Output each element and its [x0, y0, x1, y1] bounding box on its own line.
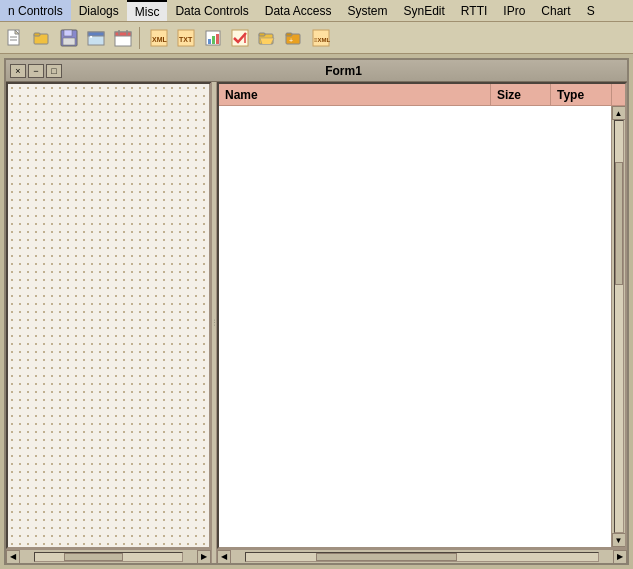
left-hscroll-track[interactable]: [34, 552, 183, 562]
menu-item-chart[interactable]: Chart: [533, 0, 578, 21]
inspector-col-size: Size: [491, 84, 551, 105]
svg-rect-5: [34, 33, 40, 36]
left-hscroll-right-arrow[interactable]: ▶: [197, 550, 211, 564]
toolbar-xml-btn[interactable]: XML: [146, 25, 172, 51]
form-window: × − □ Form1 ◀ ▶: [4, 58, 629, 565]
svg-rect-27: [259, 33, 265, 36]
inspector-vscroll-up[interactable]: ▲: [612, 106, 626, 120]
toolbar-open-btn[interactable]: [29, 25, 55, 51]
form-title: Form1: [64, 64, 623, 78]
toolbar-text-btn[interactable]: TXT: [173, 25, 199, 51]
right-hscroll-left-arrow[interactable]: ◀: [217, 550, 231, 564]
toolbar-calendar-btn[interactable]: [110, 25, 136, 51]
main-area: × − □ Form1 ◀ ▶: [0, 54, 633, 569]
inspector-vscroll-track[interactable]: [614, 120, 624, 533]
inspector-vscroll-thumb[interactable]: [615, 162, 623, 285]
toolbar-form-btn[interactable]: ■: [83, 25, 109, 51]
toolbar-check-btn[interactable]: [227, 25, 253, 51]
toolbar-save-btn[interactable]: [56, 25, 82, 51]
inspector-col-name: Name: [219, 84, 491, 105]
svg-rect-22: [212, 36, 215, 44]
toolbar-list-btn[interactable]: ≡XML: [308, 25, 334, 51]
minimize-button[interactable]: −: [28, 64, 44, 78]
right-hscroll: ◀ ▶: [217, 549, 627, 563]
toolbar-folder2-btn[interactable]: +: [281, 25, 307, 51]
svg-rect-7: [64, 30, 72, 36]
menu-item-s[interactable]: S: [579, 0, 603, 21]
svg-text:≡XML: ≡XML: [314, 37, 330, 43]
right-hscroll-thumb[interactable]: [316, 553, 457, 561]
form-canvas[interactable]: [6, 82, 211, 549]
svg-rect-29: [286, 33, 292, 36]
svg-rect-8: [63, 38, 75, 45]
menu-item-rtti[interactable]: RTTI: [453, 0, 495, 21]
menu-item-dialogs[interactable]: Dialogs: [71, 0, 127, 21]
svg-text:XML: XML: [152, 36, 168, 43]
maximize-button[interactable]: □: [46, 64, 62, 78]
left-hscroll-thumb[interactable]: [64, 553, 123, 561]
toolbar-new-btn[interactable]: [2, 25, 28, 51]
svg-text:TXT: TXT: [179, 36, 193, 43]
inspector-header: Name Size Type: [219, 84, 625, 106]
menubar: n Controls Dialogs Misc Data Controls Da…: [0, 0, 633, 22]
inspector-vscroll: ▲ ▼: [611, 106, 625, 547]
right-hscroll-track[interactable]: [245, 552, 599, 562]
canvas-dot-grid: [8, 84, 209, 547]
form-titlebar: × − □ Form1: [6, 60, 627, 82]
left-hscroll-left-arrow[interactable]: ◀: [6, 550, 20, 564]
menu-item-ipro[interactable]: IPro: [495, 0, 533, 21]
svg-rect-23: [216, 34, 219, 44]
inspector-body: [219, 106, 611, 547]
svg-rect-13: [115, 32, 131, 36]
menu-item-data-access[interactable]: Data Access: [257, 0, 340, 21]
toolbar-chart-btn[interactable]: [200, 25, 226, 51]
svg-rect-21: [208, 39, 211, 44]
menu-item-controls[interactable]: n Controls: [0, 0, 71, 21]
left-hscroll: ◀ ▶: [6, 549, 211, 563]
inspector-col-type: Type: [551, 84, 611, 105]
toolbar-folder-open-btn[interactable]: [254, 25, 280, 51]
object-inspector: Name Size Type: [217, 82, 627, 549]
menu-item-misc[interactable]: Misc: [127, 0, 168, 21]
form-body: ◀ ▶ · · · Name: [6, 82, 627, 563]
menu-item-synedit[interactable]: SynEdit: [396, 0, 453, 21]
close-button[interactable]: ×: [10, 64, 26, 78]
menu-item-system[interactable]: System: [339, 0, 395, 21]
inspector-vscroll-down[interactable]: ▼: [612, 533, 626, 547]
toolbar-separator-1: [139, 27, 143, 49]
svg-text:+: +: [289, 37, 293, 44]
right-hscroll-right-arrow[interactable]: ▶: [613, 550, 627, 564]
toolbar: ■ XML TXT + ≡XML: [0, 22, 633, 54]
menu-item-data-controls[interactable]: Data Controls: [167, 0, 256, 21]
